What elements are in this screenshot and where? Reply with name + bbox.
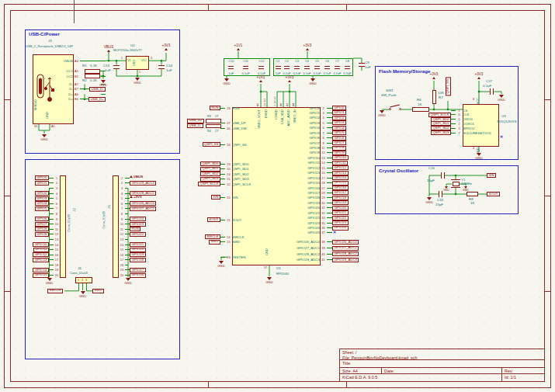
pin-name: GPIO9 <box>262 151 320 154</box>
wire <box>327 193 332 193</box>
net-label: GPIO12 <box>33 252 49 257</box>
pin-number: 29 <box>320 196 327 199</box>
pin-number: 52 <box>225 182 232 186</box>
net-label: GPIO5 <box>332 130 346 135</box>
decoupling-rail-3v3: C1 1uF C2 0.1uF C3 0.1uF C4 0.1uF <box>273 58 353 76</box>
pin-name: GPIO24 <box>262 226 320 230</box>
power-arrow-icon <box>477 77 480 79</box>
wire <box>327 147 332 148</box>
pin-name: GPIO22 <box>262 216 320 220</box>
pin-number: 5 <box>456 117 463 121</box>
pin-name: GPIO12 <box>262 166 320 170</box>
net-label: RUN <box>130 227 140 231</box>
cap-reference: C5 <box>315 60 319 63</box>
u2-pin-gnd: GND <box>134 60 137 66</box>
pin-number: 17 <box>119 258 125 262</box>
net-label: GPIO18 <box>130 258 146 262</box>
pin-number: 8 <box>320 136 327 140</box>
cap-reference: C4 <box>305 60 309 63</box>
j5-pin-row: 1 VBUS <box>119 175 156 181</box>
u1-pin-gnd-num: 57 <box>264 267 267 270</box>
pin-number: 26 <box>225 106 232 110</box>
wire <box>327 108 332 109</box>
net-label-xout: XOUT <box>487 192 500 196</box>
j2-pin-row: 18 <box>31 262 60 268</box>
pin-name: QSPI_SD2 <box>232 172 264 176</box>
pin-number: 11 <box>320 146 327 150</box>
net-label-swclk: SWCLK <box>47 289 63 293</box>
net-label: GPIO4 <box>35 201 49 206</box>
pin-number: 31 <box>320 206 327 210</box>
wire <box>80 88 89 89</box>
pin-number: A6 <box>73 92 80 96</box>
u2-pin-vi: VI <box>127 59 130 62</box>
decoupling-capacitor: C8 0.1uF <box>343 59 351 75</box>
capacitor-icon <box>276 66 281 69</box>
pin-number: 2 <box>54 181 60 185</box>
pin-name: CS <box>463 109 498 113</box>
pin-name: GPIO10 <box>262 156 320 160</box>
u1-pin-group: 19 TESTEN <box>186 255 264 260</box>
cap-value: 0.1uF <box>314 72 321 75</box>
wire-stub <box>125 188 128 189</box>
j2-pin-row: GPIO2 4 <box>31 191 60 196</box>
net-label: GPIO6 <box>332 136 346 140</box>
pin-name: QSPI_SD3 <box>232 177 264 181</box>
wire <box>327 178 332 179</box>
pin-number: 53 <box>225 162 232 166</box>
gnd-label: GND <box>124 281 131 285</box>
pin-name: QSPI_SD1 <box>232 167 264 171</box>
u1-pin-row: XIN 20 XIN <box>186 195 264 200</box>
net-label: QSPI_SD0 <box>200 161 220 166</box>
pin-number: B7 <box>73 87 80 91</box>
pin-number: 12 <box>320 151 327 154</box>
wire <box>327 117 332 118</box>
r8-value: 1K <box>470 202 474 205</box>
pin-name: GPIO20 <box>262 206 320 210</box>
decoupling-capacitor: C11 0.1uF <box>242 59 250 75</box>
decoupling-capacitor: C5 0.1uF <box>314 59 321 75</box>
u1-right-pin-rows: GPIO0 2 GPIO0 GPIO1 3 GPIO1 GPIO2 4 GPIO… <box>262 106 349 235</box>
pin-number: 9 <box>54 217 60 221</box>
net-label: GPIO10 <box>33 242 49 247</box>
u2-reference: U2 <box>130 44 135 47</box>
power-flag-1v1: +1V1 <box>251 75 271 82</box>
wire <box>327 232 332 233</box>
power-arrow-icon <box>130 175 133 178</box>
cap-reference: C12 <box>258 60 264 63</box>
cap-reference: C3 <box>295 60 299 63</box>
power-flag-3v3: +3V3 <box>297 43 317 50</box>
pin-name: GPIO25 <box>262 231 320 234</box>
decoupling-capacitor: C12 0.1uF <box>258 59 265 75</box>
gnd-label: GND <box>463 189 469 192</box>
net-label: GPIO11 <box>33 248 49 252</box>
pin-number: 15 <box>119 248 125 252</box>
pin-name: GPIO19 <box>262 201 320 205</box>
r7-value: 10K <box>438 92 444 95</box>
power-arrow-icon <box>130 196 133 198</box>
gnd-label: GND <box>309 82 316 85</box>
j5-pin-row: 12 GPIO22 <box>119 232 156 238</box>
r1-value: 5.1K <box>90 64 97 68</box>
pin-number: 34 <box>320 216 327 220</box>
crystal-plate <box>451 179 460 180</box>
j6-pin1-num: 1 <box>78 279 79 283</box>
u1-pin-gnd-name: GND <box>265 248 269 255</box>
gnd-symbol: GND <box>421 197 437 204</box>
net-label: GPIO5 <box>35 206 49 211</box>
r6-reference: R6 <box>417 99 421 102</box>
sw1-reference: SW1 <box>386 89 394 92</box>
pin-name: GPIO11 <box>262 161 320 165</box>
net-label: GPIO13 <box>33 258 49 262</box>
u3-pin-vcc-num: 8 <box>473 99 474 102</box>
net-label: GPIO21 <box>130 242 146 247</box>
pin-number: 25 <box>225 240 232 244</box>
pin-number: 39 <box>320 246 327 250</box>
pin-number: 12 <box>54 232 60 236</box>
j2-pin-row: GPIO1 2 <box>31 181 60 186</box>
pin-number: 17 <box>54 258 60 262</box>
u3-pin-gnd-num: 4 <box>473 147 474 151</box>
pin-number: 18 <box>119 263 125 267</box>
pin-number: 13 <box>54 238 60 241</box>
net-label: GPIO17 <box>130 268 146 272</box>
